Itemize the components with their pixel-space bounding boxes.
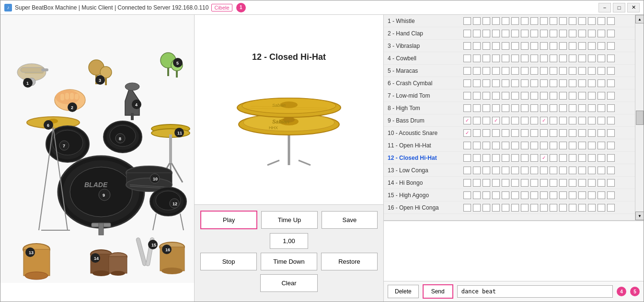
checkbox-3-14[interactable] (598, 42, 605, 50)
checkbox-13-15[interactable] (607, 167, 615, 174)
checkbox-13-8[interactable] (540, 167, 548, 174)
checkbox-12-13[interactable] (588, 154, 596, 162)
checkbox-5-9[interactable] (550, 67, 557, 75)
checkbox-2-3[interactable] (492, 30, 500, 37)
maximize-button[interactable]: □ (613, 3, 625, 12)
checkbox-16-8[interactable] (540, 204, 548, 212)
checkbox-7-8[interactable] (540, 92, 548, 100)
checkbox-15-0[interactable] (463, 191, 471, 199)
checkbox-3-9[interactable] (550, 42, 557, 50)
checkbox-9-12[interactable] (578, 117, 586, 124)
checkbox-5-10[interactable] (559, 67, 567, 75)
checkbox-1-2[interactable] (483, 17, 490, 25)
checkbox-15-12[interactable] (578, 191, 586, 199)
checkbox-11-15[interactable] (607, 142, 615, 149)
checkbox-14-2[interactable] (483, 179, 490, 187)
checkbox-11-4[interactable] (502, 142, 509, 149)
checkbox-13-10[interactable] (559, 167, 567, 174)
checkbox-14-6[interactable] (521, 179, 529, 187)
checkbox-3-12[interactable] (578, 42, 586, 50)
checkbox-2-6[interactable] (521, 30, 529, 37)
checkbox-10-2[interactable] (483, 129, 490, 137)
instrument-row-10[interactable]: 10 - Acoustic Snare (384, 127, 460, 139)
checkbox-2-8[interactable] (540, 30, 548, 37)
checkbox-8-7[interactable] (530, 104, 538, 112)
checkbox-11-12[interactable] (578, 142, 586, 149)
checkbox-11-3[interactable] (492, 142, 500, 149)
instrument-row-8[interactable]: 8 - High Tom (384, 102, 460, 114)
checkbox-16-13[interactable] (588, 204, 596, 212)
instrument-row-11[interactable]: 11 - Open Hi-Hat (384, 139, 460, 152)
checkbox-7-7[interactable] (530, 92, 538, 100)
checkbox-2-10[interactable] (559, 30, 567, 37)
instrument-row-12[interactable]: 12 - Closed Hi-Hat (384, 152, 460, 164)
checkbox-5-4[interactable] (502, 67, 509, 75)
checkbox-8-3[interactable] (492, 104, 500, 112)
checkbox-3-5[interactable] (511, 42, 519, 50)
checkbox-15-8[interactable] (540, 191, 548, 199)
checkbox-12-4[interactable] (502, 154, 509, 162)
checkbox-8-14[interactable] (598, 104, 605, 112)
checkbox-6-13[interactable] (588, 79, 596, 87)
checkbox-14-10[interactable] (559, 179, 567, 187)
instrument-row-14[interactable]: 14 - Hi Bongo (384, 177, 460, 189)
checkbox-6-0[interactable] (463, 79, 471, 87)
checkbox-16-5[interactable] (511, 204, 519, 212)
checkbox-12-6[interactable] (521, 154, 529, 162)
checkbox-3-11[interactable] (569, 42, 576, 50)
checkbox-7-15[interactable] (607, 92, 615, 100)
checkbox-12-1[interactable] (473, 154, 481, 162)
checkbox-8-8[interactable] (540, 104, 548, 112)
checkbox-12-10[interactable] (559, 154, 567, 162)
checkbox-7-10[interactable] (559, 92, 567, 100)
checkbox-1-7[interactable] (530, 17, 538, 25)
checkbox-2-5[interactable] (511, 30, 519, 37)
time-down-button[interactable]: Time Down (261, 253, 317, 270)
checkbox-3-10[interactable] (559, 42, 567, 50)
checkbox-12-2[interactable] (483, 154, 490, 162)
checkbox-3-3[interactable] (492, 42, 500, 50)
checkbox-11-5[interactable] (511, 142, 519, 149)
checkbox-16-12[interactable] (578, 204, 586, 212)
checkbox-13-1[interactable] (473, 167, 481, 174)
checkbox-6-7[interactable] (530, 79, 538, 87)
checkbox-1-6[interactable] (521, 17, 529, 25)
checkbox-13-13[interactable] (588, 167, 596, 174)
checkbox-13-0[interactable] (463, 167, 471, 174)
checkbox-7-1[interactable] (473, 92, 481, 100)
checkbox-16-6[interactable] (521, 204, 529, 212)
checkbox-7-11[interactable] (569, 92, 576, 100)
checkbox-5-6[interactable] (521, 67, 529, 75)
checkbox-9-11[interactable] (569, 117, 576, 124)
checkbox-16-9[interactable] (550, 204, 557, 212)
checkbox-9-7[interactable] (530, 117, 538, 124)
checkbox-16-3[interactable] (492, 204, 500, 212)
checkbox-14-12[interactable] (578, 179, 586, 187)
checkbox-13-4[interactable] (502, 167, 509, 174)
checkbox-14-1[interactable] (473, 179, 481, 187)
checkbox-15-13[interactable] (588, 191, 596, 199)
checkbox-12-3[interactable] (492, 154, 500, 162)
play-button[interactable]: Play (200, 211, 257, 229)
checkbox-8-13[interactable] (588, 104, 596, 112)
checkbox-15-10[interactable] (559, 191, 567, 199)
checkbox-6-12[interactable] (578, 79, 586, 87)
checkbox-10-8[interactable] (540, 129, 548, 137)
checkbox-14-7[interactable] (530, 179, 538, 187)
checkbox-13-5[interactable] (511, 167, 519, 174)
instrument-row-5[interactable]: 5 - Maracas (384, 65, 460, 77)
checkbox-14-11[interactable] (569, 179, 576, 187)
checkbox-7-14[interactable] (598, 92, 605, 100)
checkbox-8-5[interactable] (511, 104, 519, 112)
delete-button[interactable]: Delete (388, 285, 419, 298)
checkbox-12-9[interactable] (550, 154, 557, 162)
checkbox-15-11[interactable] (569, 191, 576, 199)
checkbox-7-4[interactable] (502, 92, 509, 100)
checkbox-9-1[interactable] (473, 117, 481, 124)
checkbox-4-8[interactable] (540, 55, 548, 62)
checkbox-8-11[interactable] (569, 104, 576, 112)
checkbox-3-1[interactable] (473, 42, 481, 50)
checkbox-14-0[interactable] (463, 179, 471, 187)
checkbox-7-9[interactable] (550, 92, 557, 100)
checkbox-4-6[interactable] (521, 55, 529, 62)
